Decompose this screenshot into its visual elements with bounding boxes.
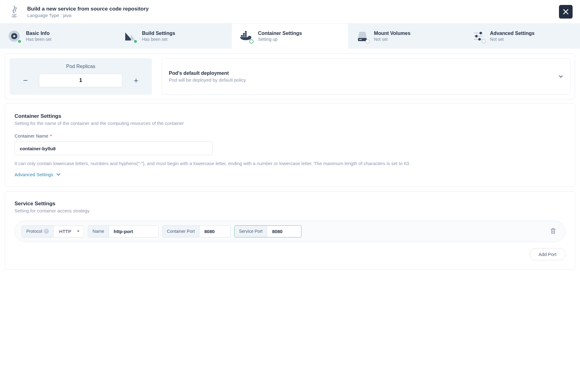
tab-title: Mount Volumes [374,31,411,36]
tab-status: Not set [374,37,411,42]
tab-status: Has been set [26,37,52,42]
tab-mount-volumes[interactable]: Mount Volumes Not set [348,24,464,49]
section-subtitle: Setting for the name of the container an… [15,121,565,126]
svg-rect-3 [241,35,243,37]
port-name-input[interactable] [109,226,158,237]
service-port-label: Service Port [235,226,267,237]
tabs: Basic Info Has been set Build Settings H… [0,24,580,49]
port-name-field: Name [88,225,158,237]
replicas-stepper: − + [17,74,144,87]
container-settings-card: Container Settings Setting for the name … [5,104,575,187]
svg-point-2 [13,35,15,37]
protocol-label: Protocol ? [22,226,53,237]
replicas-input[interactable] [39,74,122,87]
tab-status: Not set [490,37,535,42]
tab-title: Container Settings [258,31,302,36]
svg-point-16 [478,38,481,40]
tab-container-settings[interactable]: Container Settings Setting up [232,24,348,49]
tab-basic-info[interactable]: Basic Info Has been set [0,24,116,49]
deployment-text: Pod's default deployment Pod will be dep… [169,70,246,83]
svg-rect-5 [245,35,247,37]
svg-rect-8 [245,31,247,33]
container-name-label: Container Name* [15,133,565,138]
svg-point-12 [480,32,482,34]
svg-rect-10 [359,39,362,40]
protocol-field: Protocol ? HTTP [22,225,84,237]
tab-build-settings[interactable]: Build Settings Has been set [116,24,232,49]
close-button[interactable] [559,5,573,19]
service-settings-card: Service Settings Setting for container a… [5,191,575,270]
chevron-down-icon [558,74,563,79]
tab-text: Mount Volumes Not set [374,31,411,42]
tab-text: Advanced Settings Not set [490,31,535,42]
decrement-button[interactable]: − [20,75,30,85]
mount-volumes-icon [356,29,369,43]
page-subtitle: Language Type : java [27,13,149,18]
svg-rect-4 [243,35,245,37]
basic-info-icon [7,29,21,43]
service-port-input[interactable] [267,226,301,237]
trash-icon [550,228,556,234]
svg-rect-7 [245,33,247,35]
tab-title: Basic Info [26,31,52,36]
container-port-label: Container Port [163,226,199,237]
close-icon [562,8,569,15]
header-left: Build a new service from source code rep… [7,5,149,19]
tab-status: Setting up [258,37,302,42]
port-row: Protocol ? HTTP Name [15,221,565,242]
tab-text: Container Settings Setting up [258,31,302,42]
content: Pod Replicas − + Pod's default deploymen… [0,49,580,279]
build-settings-icon [123,29,137,43]
container-port-input[interactable] [199,226,230,237]
chevron-down-icon [56,172,61,177]
tab-advanced-settings[interactable]: Advanced Settings Not set [464,24,580,49]
protocol-select[interactable]: HTTP [53,226,84,237]
pod-card: Pod Replicas − + Pod's default deploymen… [5,53,575,99]
increment-button[interactable]: + [131,75,141,85]
port-name-label: Name [88,226,109,237]
service-port-field: Service Port [234,225,301,237]
section-title: Container Settings [15,113,565,119]
tab-title: Advanced Settings [490,31,535,36]
delete-port-button[interactable] [548,225,558,237]
help-icon[interactable]: ? [44,229,49,234]
pod-replicas: Pod Replicas − + [10,58,152,95]
container-name-input[interactable] [15,142,212,155]
page-title: Build a new service from source code rep… [27,6,149,12]
container-settings-icon [239,29,253,43]
tab-status: Has been set [142,37,175,42]
advanced-settings-link[interactable]: Advanced Settings [15,172,61,177]
tab-text: Build Settings Has been set [142,31,175,42]
tab-title: Build Settings [142,31,175,36]
java-icon [7,5,21,19]
deployment-box[interactable]: Pod's default deployment Pod will be dep… [162,58,570,95]
pod-replicas-label: Pod Replicas [17,64,144,69]
header-text: Build a new service from source code rep… [27,6,149,18]
add-port-button[interactable]: Add Port [530,248,565,260]
svg-point-14 [475,35,478,37]
svg-rect-6 [243,33,245,35]
header: Build a new service from source code rep… [0,0,580,24]
section-title: Service Settings [15,201,565,207]
container-port-field: Container Port [162,225,231,237]
advanced-settings-icon [471,29,485,43]
section-subtitle: Setting for container access strategy [15,208,565,213]
container-name-help: It can only contain lowercase letters, n… [15,160,565,168]
tab-text: Basic Info Has been set [26,31,52,42]
deployment-desc: Pod will be deployed by default policy [169,77,246,83]
deployment-title: Pod's default deployment [169,70,246,76]
